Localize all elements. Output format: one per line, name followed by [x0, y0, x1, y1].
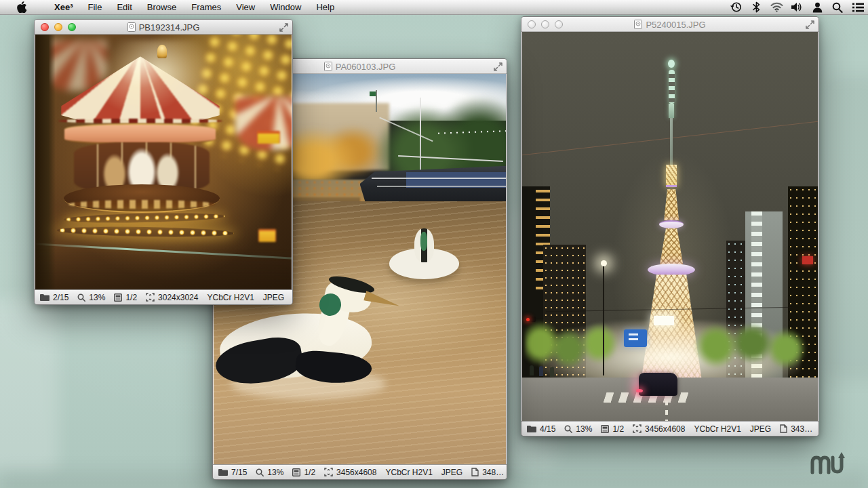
frame-index: 1/2: [304, 468, 315, 477]
menu-window[interactable]: Window: [262, 0, 309, 15]
fullscreen-button[interactable]: [805, 20, 815, 30]
filmstrip-icon: [601, 425, 609, 433]
antenna-cylinder: [669, 104, 674, 118]
colorspace: YCbCr H2V1: [385, 468, 432, 477]
user-menu[interactable]: [807, 0, 827, 15]
window-title: PB192314.JPG: [35, 20, 292, 35]
page-icon: [471, 468, 479, 476]
menu-help[interactable]: Help: [309, 0, 342, 15]
window-title-text: P5240015.JPG: [646, 20, 705, 30]
image-dimensions: 3024x3024: [158, 293, 198, 302]
menu-view[interactable]: View: [229, 0, 262, 15]
file-format: JPEG: [750, 424, 771, 434]
titlebar[interactable]: PB192314.JPG: [35, 20, 292, 35]
carousel-finial: [157, 45, 167, 58]
status-bar: 2/15 13% 1/2 3024x3024 YCbCr H2V1 JPEG: [35, 289, 292, 304]
colorspace: YCbCr H2V1: [694, 424, 741, 434]
image-view-pb192314[interactable]: [35, 35, 292, 291]
zoom-level: 13%: [576, 424, 592, 434]
window-title-text: PA060103.JPG: [336, 62, 396, 72]
file-index: 7/15: [231, 468, 247, 477]
folder-icon: [218, 468, 228, 476]
file-size: 343…: [791, 424, 812, 434]
duck-nape: [420, 232, 427, 251]
image-dimensions: 3456x4608: [645, 424, 685, 434]
menu-edit[interactable]: Edit: [109, 0, 139, 15]
apple-icon: [17, 1, 27, 13]
spotlight-icon: [832, 2, 843, 13]
ship-tarp: [406, 172, 506, 188]
shelf-shadow: [35, 252, 292, 291]
file-format: JPEG: [441, 468, 462, 477]
duck-decoy-back: [389, 228, 459, 283]
filmstrip-icon: [114, 293, 122, 302]
flag: [376, 90, 377, 112]
document-icon: [127, 22, 136, 32]
fullscreen-button[interactable]: [279, 22, 289, 33]
frame-segment: 1/2: [601, 424, 624, 434]
titlebar[interactable]: P5240015.JPG: [521, 17, 818, 32]
canopy-scallop-edge: [58, 119, 222, 123]
bluetooth-menu[interactable]: [746, 0, 766, 15]
notification-center-menu[interactable]: [848, 0, 868, 15]
spotlight-menu[interactable]: [827, 0, 848, 15]
dimensions-segment: 3024x3024: [146, 293, 198, 302]
menu-bar: Xee³ File Edit Browse Frames View Window…: [0, 0, 868, 15]
desktop-blur-shape: [0, 298, 58, 471]
wifi-menu[interactable]: [766, 0, 787, 15]
antenna-discs: [669, 70, 675, 104]
fullscreen-button[interactable]: [493, 62, 503, 72]
zoom-segment: 13%: [77, 293, 105, 302]
antenna-mast: [670, 118, 673, 165]
menu-browse[interactable]: Browse: [140, 0, 184, 15]
selection-icon: [146, 293, 155, 302]
desktop-blur-shape: [823, 75, 868, 380]
zoom-level: 13%: [89, 293, 105, 302]
magnifier-icon: [77, 293, 85, 302]
platform-filigree: [68, 200, 214, 209]
file-format: JPEG: [263, 293, 284, 302]
yellow-price-sign: [258, 229, 276, 242]
street-lamp: [601, 260, 607, 266]
ship-railing: [377, 186, 506, 187]
filmstrip-icon: [292, 468, 300, 476]
red-sign: [802, 256, 813, 264]
time-machine-icon: [730, 1, 742, 13]
magnifier-icon: [564, 425, 572, 433]
document-icon: [324, 62, 332, 71]
bluetooth-icon: [753, 1, 760, 13]
white-billboard: [654, 316, 674, 325]
file-size-segment: 348…: [471, 468, 504, 477]
frame-segment: 1/2: [114, 293, 137, 302]
macupdate-mu-logo-icon: [807, 450, 849, 477]
photo-carousel: [35, 35, 292, 291]
magnifier-icon: [256, 468, 264, 476]
selection-icon: [324, 468, 333, 476]
window-title-text: PB192314.JPG: [139, 22, 200, 33]
file-size-segment: 343…: [780, 424, 812, 434]
file-index: 2/15: [53, 293, 68, 302]
menu-app-name[interactable]: Xee³: [47, 0, 80, 15]
photo-skytree-night: [522, 32, 818, 422]
image-dimensions: 3456x4608: [336, 468, 376, 477]
image-view-p5240015[interactable]: [522, 32, 818, 422]
time-machine-menu[interactable]: [726, 0, 746, 15]
ship-railing: [372, 178, 506, 179]
menu-file[interactable]: File: [80, 0, 109, 15]
street-trees-right: [694, 319, 806, 373]
status-bar: 4/15 13% 1/2 3456x4608 YCbCr H2V1 JPEG 3…: [521, 421, 818, 436]
folder-icon: [40, 293, 50, 301]
window-p5240015: P5240015.JPG: [521, 16, 819, 436]
file-index-segment: 7/15: [218, 468, 247, 477]
user-icon: [812, 2, 823, 13]
file-index-segment: 2/15: [40, 293, 68, 302]
document-icon: [634, 20, 642, 29]
apple-menu[interactable]: [9, 0, 35, 15]
duck-beak: [363, 291, 401, 310]
file-index-segment: 4/15: [527, 424, 555, 434]
lane-marking: [665, 401, 668, 422]
menu-frames[interactable]: Frames: [184, 0, 229, 15]
volume-menu[interactable]: [787, 0, 807, 15]
car: [639, 373, 677, 396]
frame-index: 1/2: [125, 293, 137, 302]
